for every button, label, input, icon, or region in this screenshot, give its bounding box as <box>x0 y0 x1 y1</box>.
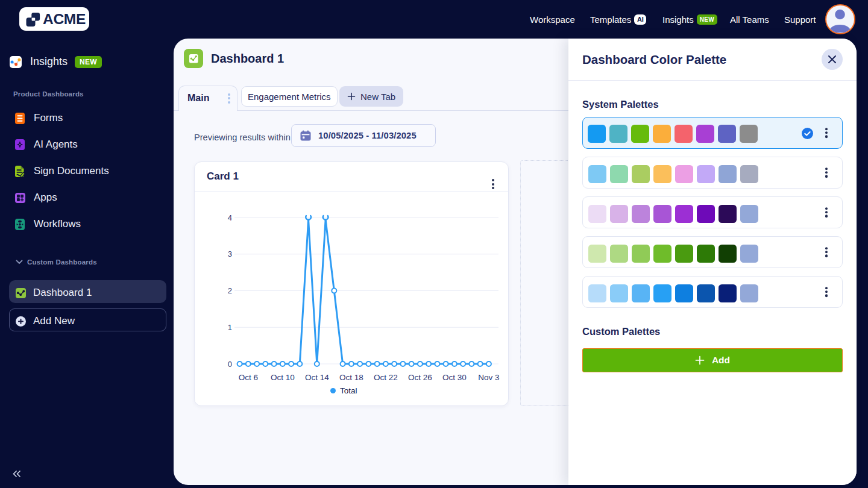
svg-text:0: 0 <box>228 360 232 369</box>
svg-text:Oct 10: Oct 10 <box>271 373 295 382</box>
svg-text:Oct 14: Oct 14 <box>305 373 329 382</box>
svg-text:Nov 3: Nov 3 <box>478 373 499 382</box>
svg-text:2: 2 <box>228 286 232 295</box>
svg-text:Oct 30: Oct 30 <box>442 373 467 382</box>
svg-text:4: 4 <box>228 213 232 222</box>
svg-text:Oct 26: Oct 26 <box>408 373 432 382</box>
svg-text:Oct 18: Oct 18 <box>339 373 363 382</box>
svg-text:1: 1 <box>228 323 232 332</box>
svg-text:3: 3 <box>228 249 232 258</box>
svg-text:Oct 6: Oct 6 <box>239 373 258 382</box>
svg-text:Oct 22: Oct 22 <box>374 373 398 382</box>
